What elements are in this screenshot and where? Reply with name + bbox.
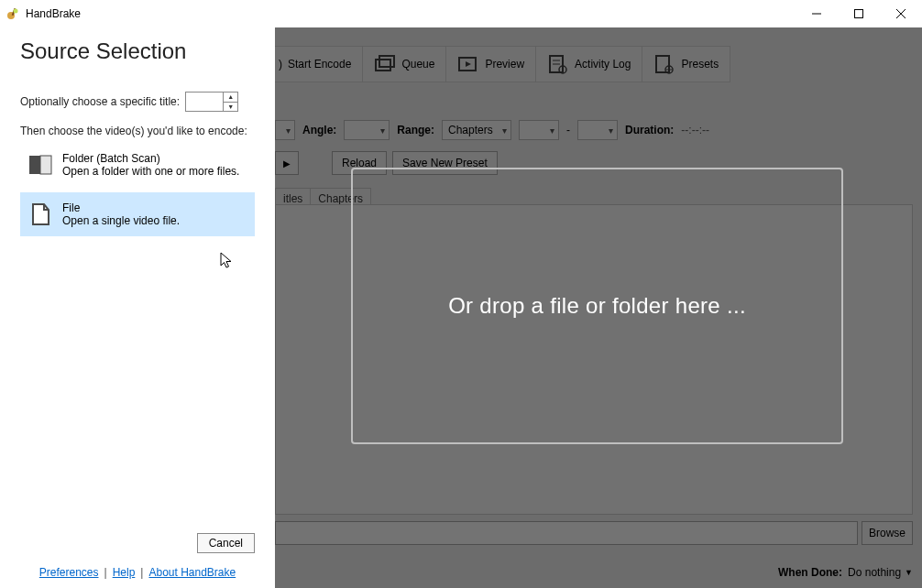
title-number-input[interactable] — [186, 93, 223, 111]
svg-rect-17 — [29, 156, 40, 174]
folder-option-desc: Open a folder with one or more files. — [62, 165, 239, 178]
folder-icon — [27, 152, 53, 178]
panel-title: Source Selection — [20, 38, 255, 64]
cancel-button[interactable]: Cancel — [197, 533, 255, 553]
file-option[interactable]: File Open a single video file. — [20, 192, 255, 236]
drop-zone-text: Or drop a file or folder here ... — [448, 293, 746, 319]
cursor-icon — [220, 252, 235, 274]
about-link[interactable]: About HandBrake — [148, 566, 236, 579]
window-title: HandBrake — [26, 7, 796, 20]
folder-option[interactable]: Folder (Batch Scan) Open a folder with o… — [20, 143, 255, 187]
then-choose-label: Then choose the video(s) you'd like to e… — [20, 125, 255, 137]
footer-links: Preferences | Help | About HandBrake — [20, 566, 255, 579]
file-option-title: File — [62, 201, 180, 214]
drop-zone[interactable]: Or drop a file or folder here ... — [351, 168, 843, 444]
source-selection-panel: Source Selection Optionally choose a spe… — [0, 27, 275, 588]
spinner-down-button[interactable]: ▼ — [224, 103, 237, 112]
app-icon — [5, 6, 20, 21]
folder-option-title: Folder (Batch Scan) — [62, 152, 239, 165]
preferences-link[interactable]: Preferences — [39, 566, 99, 579]
svg-rect-18 — [40, 156, 51, 174]
title-number-spinner[interactable]: ▲ ▼ — [185, 92, 238, 112]
minimize-button[interactable] — [796, 0, 838, 27]
optional-title-label: Optionally choose a specific title: — [20, 95, 180, 108]
svg-point-2 — [14, 8, 18, 13]
file-icon — [27, 201, 53, 227]
close-button[interactable] — [880, 0, 922, 27]
file-option-desc: Open a single video file. — [62, 214, 180, 227]
spinner-up-button[interactable]: ▲ — [224, 93, 237, 103]
svg-rect-4 — [855, 9, 863, 17]
help-link[interactable]: Help — [113, 566, 136, 579]
maximize-button[interactable] — [838, 0, 880, 27]
titlebar: HandBrake — [0, 0, 922, 27]
